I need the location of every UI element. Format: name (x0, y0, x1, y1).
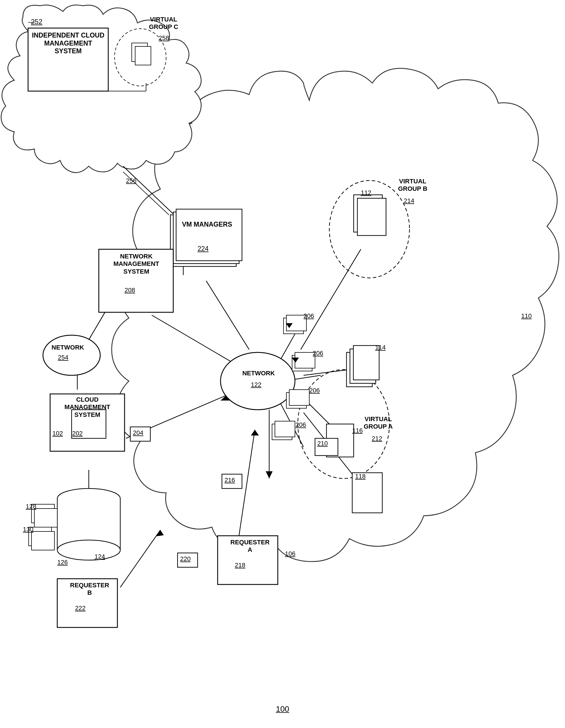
svg-marker-17 (156, 530, 164, 536)
ref-130: 130 (23, 526, 34, 533)
diagram: INDEPENDENT CLOUD MANAGEMENT SYSTEM 252 … (0, 0, 565, 728)
svg-rect-63 (275, 421, 295, 437)
ref-222: 222 (75, 605, 86, 612)
svg-rect-61 (289, 390, 309, 405)
ref-110: 110 (521, 312, 532, 320)
ref-254: 254 (58, 354, 68, 361)
independent-cloud-label: INDEPENDENT CLOUD MANAGEMENT SYSTEM (31, 32, 105, 55)
ref-208: 208 (125, 287, 135, 294)
requester-b-label: REQUESTERB (62, 582, 117, 597)
ref-206d: 206 (295, 421, 306, 429)
ref-206c: 206 (309, 387, 320, 394)
ref-206b: 206 (313, 350, 323, 357)
ref-220: 220 (180, 555, 191, 563)
ref-218: 218 (235, 562, 246, 569)
svg-rect-58 (295, 352, 315, 368)
svg-rect-39 (34, 509, 57, 527)
ref-210: 210 (317, 440, 328, 447)
ref-202: 202 (72, 430, 83, 437)
ref-216: 216 (225, 476, 235, 484)
ref-206a: 206 (303, 312, 314, 320)
ref-124: 124 (95, 553, 105, 560)
ref-212: 212 (372, 435, 382, 442)
ref-112: 112 (361, 189, 371, 197)
ref-128: 128 (26, 503, 36, 510)
svg-point-26 (43, 335, 100, 375)
virtual-group-c-label: VIRTUALGROUP C (149, 16, 178, 31)
ref-214: 214 (404, 197, 414, 205)
ref-126: 126 (57, 559, 68, 566)
virtual-group-a-label: VIRTUALGROUP A (364, 415, 393, 431)
ref-256: 256 (126, 177, 137, 185)
svg-line-16 (120, 530, 160, 587)
ref-116: 116 (352, 427, 363, 434)
ref-118: 118 (355, 473, 366, 480)
svg-point-37 (57, 540, 120, 560)
nms-label: NETWORKMANAGEMENTSYSTEM (102, 253, 171, 275)
vm-managers-label: VM MANAGERS (177, 221, 237, 229)
ref-224: 224 (198, 245, 209, 253)
svg-rect-41 (32, 531, 54, 550)
network-122-label: NETWORK (240, 370, 277, 377)
page-number: 100 (276, 705, 289, 714)
svg-rect-46 (357, 198, 386, 236)
ref-204: 204 (133, 429, 144, 437)
network-254-label: NETWORK (52, 344, 84, 351)
ref-122: 122 (251, 381, 262, 388)
requester-a-label: REQUESTERA (223, 539, 277, 554)
ref-106: 106 (285, 550, 295, 558)
svg-rect-29 (176, 209, 242, 261)
ref-114: 114 (375, 344, 386, 351)
cms-label: CLOUDMANAGEMENTSYSTEM (52, 396, 122, 419)
svg-rect-69 (135, 46, 151, 65)
ref-102: 102 (52, 430, 63, 437)
ref-258: 258 (159, 34, 169, 42)
virtual-group-b-label: VIRTUALGROUP B (398, 178, 427, 193)
